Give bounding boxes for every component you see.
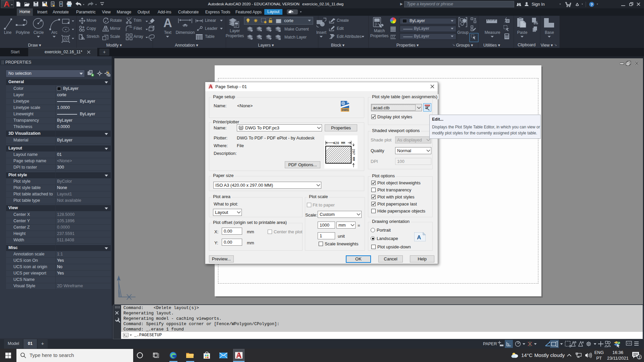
svg-text:DWG: DWG: [342, 108, 349, 112]
svg-text:A: A: [163, 16, 172, 30]
svg-text:?: ?: [591, 3, 593, 7]
svg-text:A: A: [417, 234, 421, 241]
svg-text:2: 2: [639, 355, 641, 359]
svg-text:420 MM: 420 MM: [333, 141, 345, 145]
svg-text:Sign In: Sign In: [532, 2, 545, 7]
svg-text:297 MM: 297 MM: [352, 149, 355, 161]
